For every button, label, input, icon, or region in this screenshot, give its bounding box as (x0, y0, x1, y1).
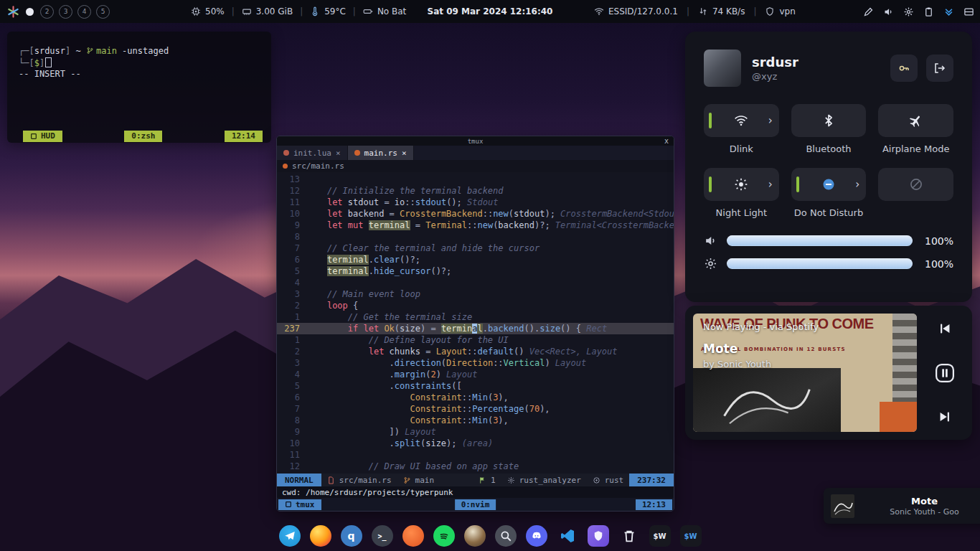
code-line: 10 .split(size); (area) (277, 438, 674, 449)
file-icon (327, 476, 335, 484)
workspace-5[interactable]: 5 (96, 5, 110, 19)
dock-vscode-icon[interactable] (557, 525, 578, 547)
tab-label: main.rs (364, 149, 397, 158)
chevron-double-down-icon[interactable] (943, 6, 954, 17)
tab-main-rs[interactable]: main.rs × (348, 146, 414, 160)
workspace-2[interactable]: 2 (40, 5, 54, 19)
volume-speaker-icon (704, 234, 717, 248)
sliders: 100% 100% (704, 234, 953, 270)
dock-wezterm-blue-icon[interactable]: $W (680, 525, 702, 547)
next-track-button[interactable] (937, 409, 953, 425)
tmux-session-segment[interactable]: tmux (278, 499, 321, 510)
tmux-window-titlebar: tmux x (277, 136, 674, 146)
tray-rows-icon[interactable] (963, 6, 974, 17)
line-number: 12 (277, 185, 306, 197)
code-line: 2 let chunks = Layout::default() Vec<Rec… (277, 346, 674, 357)
divider (300, 6, 303, 17)
dock-spotify-icon[interactable] (433, 525, 455, 547)
track-title: Mote (703, 342, 738, 356)
clock[interactable]: Sat 09 Mar 2024 12:16:40 (428, 0, 553, 23)
password-key-button[interactable] (890, 55, 918, 82)
brightness-sun-icon (704, 257, 717, 270)
line-number: 9 (277, 220, 306, 231)
brightness-slider[interactable] (727, 258, 913, 269)
logout-button[interactable] (926, 55, 953, 82)
code-line: 11 (277, 449, 674, 461)
dock-telegram-icon[interactable] (279, 525, 301, 547)
code-line: 12 // Initialize the terminal backend (277, 185, 674, 197)
code-line: 12 // Draw UI based on app state (277, 461, 674, 472)
workspace-active-indicator[interactable] (26, 8, 34, 16)
line-number: 10 (277, 208, 306, 220)
tmux-window[interactable]: tmux x init.lua × main.rs × src/main.rs … (276, 136, 674, 512)
dock-shell-icon[interactable]: >_ (372, 525, 393, 547)
toggle-nightlight[interactable]: › (704, 168, 779, 201)
rust-file-icon (283, 164, 288, 169)
toggle-dnd[interactable]: › (791, 168, 867, 201)
tab-close-icon[interactable]: × (336, 149, 341, 158)
statusline-filetype: rust (587, 474, 630, 486)
line-number: 2 (277, 346, 306, 357)
lsp-gear-icon (507, 476, 515, 484)
time-segment: 12:14 (225, 131, 263, 142)
toggle-label: Night Light (704, 207, 779, 220)
tmux-time-segment: 12:13 (636, 499, 672, 510)
memory-icon (242, 6, 252, 17)
terminal-window[interactable]: ┌─[srdusr] ~ main -unstaged└─[$]-- INSER… (7, 32, 271, 143)
code-line: 11 let stdout = io::stdout(); Stdout (277, 197, 674, 208)
toggle-blocked[interactable] (878, 168, 953, 201)
pause-button[interactable] (934, 362, 956, 384)
workspace-3[interactable]: 3 (59, 5, 72, 19)
diagnostic-flag-icon (479, 476, 486, 484)
toggle-label: Airplane Mode (878, 143, 953, 156)
distro-logo-icon[interactable] (7, 6, 19, 18)
dock-gimp-icon[interactable] (464, 525, 486, 547)
line-number: 10 (277, 438, 306, 449)
volume-slider[interactable] (727, 235, 913, 246)
dock-postman-icon[interactable] (402, 525, 424, 547)
top-bar: 2345 50% 3.00 GiB 59°C No Bat Sat 09 Mar… (0, 0, 980, 23)
toggle-dlink[interactable]: › (704, 104, 779, 137)
dock-wezterm-white-icon[interactable]: $W (649, 525, 671, 547)
dock-qutebrowser-icon[interactable]: q (341, 525, 362, 547)
toggle-airplane[interactable] (878, 104, 953, 137)
chevron-right-icon: › (855, 179, 859, 190)
cwd-bar: cwd: /home/srdusr/projects/typerpunk (277, 486, 674, 498)
wifi-icon (734, 113, 748, 128)
previous-track-button[interactable] (937, 321, 953, 336)
tab-init-lua[interactable]: init.lua × (277, 146, 348, 160)
line-number: 9 (277, 426, 306, 438)
dock-search-icon[interactable] (495, 525, 517, 547)
filetype-icon (593, 476, 600, 484)
workspace-4[interactable]: 4 (77, 5, 91, 19)
clipboard-icon[interactable] (923, 6, 934, 17)
notification[interactable]: Mote Sonic Youth - Goo (824, 488, 980, 524)
user-handle: @xyz (752, 71, 798, 82)
dock-trash-icon[interactable] (618, 525, 640, 547)
window-close-button[interactable]: x (664, 136, 669, 146)
wifi-status[interactable]: ESSID/127.0.0.1 (594, 6, 678, 17)
code-area[interactable]: 1312 // Initialize the terminal backend1… (277, 172, 674, 474)
line-number: 1 (277, 334, 306, 346)
dock-firefox-icon[interactable] (310, 525, 331, 547)
code-line: 237 if let Ok(size) = terminal.backend()… (277, 323, 674, 334)
brightness-row: 100% (704, 257, 953, 270)
line-number: 8 (277, 415, 306, 426)
code-line: 5 .constraints([ (277, 380, 674, 392)
terminal-line: -- INSERT -- (19, 69, 260, 80)
media-player: WAVE OF PUNK TO COME A THERMAL BOMBINATI… (685, 306, 972, 440)
toggle-bluetooth[interactable] (791, 104, 867, 137)
line-number: 13 (277, 174, 306, 185)
code-line: 8 Constraint::Min(3), (277, 415, 674, 426)
code-line: 13 (277, 174, 674, 185)
settings-gear-icon[interactable] (903, 6, 914, 17)
tab-close-icon[interactable]: × (402, 149, 407, 158)
terminal-statusbar: HUD 0:zsh 12:14 (7, 130, 271, 142)
tmux-window-segment[interactable]: 0:nvim (455, 499, 496, 510)
vpn-status[interactable]: vpn (765, 6, 795, 17)
brush-icon[interactable] (863, 6, 874, 17)
dock-discord-icon[interactable] (526, 525, 547, 547)
dock-protonpass-icon[interactable] (588, 525, 609, 547)
code-line: 6 Constraint::Min(3), (277, 392, 674, 403)
speaker-icon[interactable] (883, 6, 894, 17)
